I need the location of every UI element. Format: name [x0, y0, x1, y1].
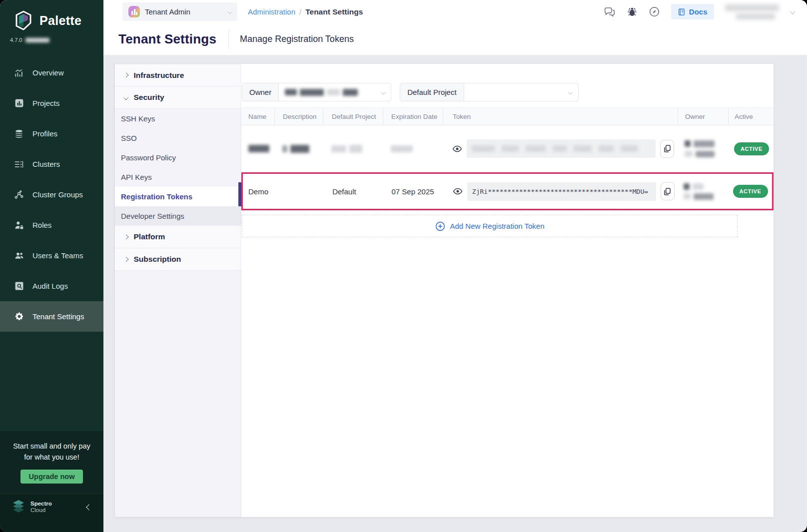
- settings-item-label: Developer Settings: [121, 212, 184, 220]
- token-masked-value: ZjRi************************************…: [467, 182, 656, 201]
- sidebar-item-clusters[interactable]: Clusters: [0, 149, 103, 179]
- cell-name: Demo: [243, 174, 276, 209]
- status-badge: ACTIVE: [733, 185, 768, 198]
- column-header-expiration-date: Expiration Date: [383, 108, 443, 125]
- chat-icon[interactable]: [604, 6, 616, 17]
- owner-filter-label: Owner: [242, 83, 279, 101]
- section-security[interactable]: Security: [115, 86, 241, 109]
- logo-row: Palette: [0, 0, 103, 31]
- scope-selector[interactable]: Tenant Admin: [122, 2, 237, 21]
- cell-expiration-redacted: [383, 125, 443, 172]
- gear-icon: [13, 312, 24, 321]
- settings-item-sso[interactable]: SSO: [115, 128, 241, 148]
- section-label: Infrastructure: [134, 71, 184, 80]
- settings-item-password-policy[interactable]: Password Policy: [115, 148, 241, 167]
- upgrade-promo: Start small and only pay for what you us…: [0, 431, 103, 494]
- breadcrumb-administration[interactable]: Administration: [248, 7, 295, 16]
- cell-name-redacted: [241, 125, 274, 172]
- topbar-actions: Docs: [604, 4, 807, 19]
- clusters-icon: [13, 159, 24, 169]
- spectro-cloud-logo-icon: [11, 500, 26, 514]
- token-value-redacted: [467, 139, 656, 158]
- section-infrastructure[interactable]: Infrastructure: [115, 64, 241, 86]
- add-registration-token-label: Add New Registration Token: [450, 222, 545, 230]
- default-project-filter-select[interactable]: [464, 83, 578, 101]
- version-label: 4.7.0: [10, 37, 22, 43]
- copy-icon: [664, 145, 671, 152]
- reveal-token-eye-icon[interactable]: [452, 145, 462, 153]
- owner-filter-select[interactable]: [279, 83, 391, 101]
- user-account-redacted[interactable]: [725, 4, 780, 19]
- cell-active: ACTIVE: [728, 125, 774, 172]
- add-registration-token-button[interactable]: Add New Registration Token: [242, 215, 738, 237]
- cell-description-redacted: [274, 125, 323, 172]
- column-header-token: Token: [443, 108, 678, 125]
- copy-token-button[interactable]: [661, 182, 675, 200]
- sidebar-collapse-button[interactable]: [85, 501, 93, 514]
- status-badge: ACTIVE: [734, 142, 769, 155]
- sidebar-item-overview[interactable]: Overview: [0, 57, 103, 88]
- settings-item-developer-settings[interactable]: Developer Settings: [115, 206, 241, 226]
- settings-item-registration-tokens[interactable]: Registration Tokens: [115, 187, 241, 206]
- settings-item-label: API Keys: [121, 173, 152, 181]
- sidebar-item-cluster-groups[interactable]: Cluster Groups: [0, 179, 103, 210]
- brand-bar: Spectro Cloud: [0, 494, 103, 532]
- sidebar-item-label: Roles: [32, 221, 51, 229]
- chevron-right-icon: [124, 257, 128, 261]
- column-header-name: Name: [241, 108, 274, 125]
- sidebar-item-label: Profiles: [32, 129, 57, 138]
- promo-text: Start small and only pay for what you us…: [7, 441, 96, 463]
- version-redacted: [25, 38, 49, 42]
- copy-token-button[interactable]: [660, 140, 674, 158]
- docs-button[interactable]: Docs: [671, 4, 714, 19]
- column-header-active: Active: [728, 108, 774, 125]
- sidebar-item-roles[interactable]: Roles: [0, 210, 103, 240]
- page-subtitle: Manage Registration Tokens: [240, 34, 354, 44]
- section-platform[interactable]: Platform: [115, 226, 241, 248]
- chevron-down-icon: [381, 90, 385, 94]
- cell-default-project: Default: [324, 174, 383, 209]
- sidebar-item-audit-logs[interactable]: Audit Logs: [0, 271, 103, 301]
- sidebar-item-projects[interactable]: Projects: [0, 88, 103, 118]
- section-subscription[interactable]: Subscription: [115, 248, 241, 271]
- compass-icon[interactable]: [649, 6, 660, 17]
- plus-circle-icon: [435, 221, 445, 231]
- company-line2: Cloud: [30, 507, 52, 514]
- table-header: Name Description Default Project Expirat…: [241, 107, 774, 125]
- palette-logo-icon: [13, 10, 34, 31]
- page-header: Tenant Settings Manage Registration Toke…: [103, 23, 807, 55]
- cluster-groups-icon: [13, 190, 24, 200]
- header-divider: [228, 30, 229, 49]
- promo-line2: for what you use!: [7, 452, 96, 463]
- settings-item-ssh-keys[interactable]: SSH Keys: [115, 109, 241, 128]
- cell-active: ACTIVE: [727, 174, 773, 209]
- main-sidebar: Palette 4.7.0 Overview Projects: [0, 0, 103, 532]
- table-row-highlighted[interactable]: Demo Default 07 Sep 2025 ZjRi***********…: [241, 172, 774, 210]
- breadcrumb: Administration / Tenant Settings: [248, 7, 363, 16]
- chevron-down-icon: [227, 9, 232, 14]
- settings-item-api-keys[interactable]: API Keys: [115, 167, 241, 187]
- audit-logs-icon: [13, 281, 24, 291]
- column-header-default-project: Default Project: [323, 108, 383, 125]
- sidebar-item-profiles[interactable]: Profiles: [0, 118, 103, 149]
- sidebar-nav: Overview Projects Profiles Clusters: [0, 57, 103, 332]
- scope-label: Tenant Admin: [145, 7, 190, 16]
- user-menu-chevron-icon[interactable]: [790, 9, 795, 14]
- bug-report-icon[interactable]: [627, 6, 638, 17]
- copy-icon: [664, 188, 671, 195]
- sidebar-item-tenant-settings[interactable]: Tenant Settings: [0, 301, 103, 332]
- settings-item-label: Password Policy: [121, 153, 176, 162]
- version-row: 4.7.0: [10, 37, 103, 43]
- table-row[interactable]: ACTIVE: [241, 125, 774, 172]
- sidebar-item-label: Projects: [32, 99, 59, 107]
- reveal-token-eye-icon[interactable]: [453, 187, 463, 195]
- promo-line1: Start small and only pay: [7, 441, 96, 452]
- cell-owner-redacted: [677, 174, 727, 209]
- filters-row: Owner Default Project: [242, 83, 579, 101]
- sidebar-item-users-teams[interactable]: Users & Teams: [0, 240, 103, 271]
- owner-filter-value-redacted: [285, 89, 358, 96]
- settings-nav: Infrastructure Security SSH Keys SSO Pas…: [115, 64, 241, 517]
- product-name: Palette: [39, 13, 81, 28]
- upgrade-now-button[interactable]: Upgrade now: [20, 470, 83, 484]
- cell-token: [443, 125, 678, 172]
